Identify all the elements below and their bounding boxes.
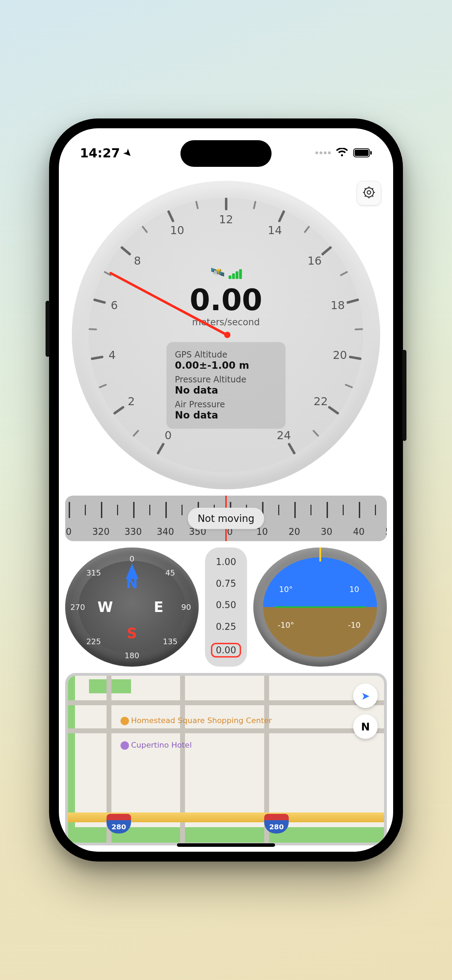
vertical-scale[interactable]: 1.00 0.75 0.50 0.25 0.00 xyxy=(205,547,247,667)
speedo-tick-label: 12 xyxy=(219,213,233,226)
speedo-tick-label: 16 xyxy=(307,254,321,267)
ruler-tick xyxy=(133,502,135,518)
svg-rect-1 xyxy=(355,150,369,156)
status-time: 14:27 xyxy=(80,146,120,160)
svg-rect-2 xyxy=(370,151,372,154)
ruler-label: 320 xyxy=(92,527,110,537)
speedo-tick xyxy=(355,328,363,330)
ruler-tick-minor xyxy=(375,505,376,515)
map-view[interactable]: Homestead Square Shopping Center Cuperti… xyxy=(65,673,387,845)
ruler-label: 50 xyxy=(385,527,387,537)
ruler-label: 20 xyxy=(288,527,300,537)
vscale-current: 0.00 xyxy=(211,643,241,657)
speedo-tick-label: 22 xyxy=(314,395,328,408)
wifi-icon xyxy=(336,148,348,158)
ruler-tick-minor xyxy=(117,505,118,515)
speedo-tick-label: 0 xyxy=(165,429,172,442)
speed-value: 0.00 xyxy=(189,285,262,315)
compass-south: S xyxy=(127,625,137,641)
artificial-horizon-gauge[interactable]: 10° 10 -10° -10 xyxy=(253,547,387,667)
ruler-tick xyxy=(69,502,70,518)
shopping-icon xyxy=(121,717,129,725)
svg-line-11 xyxy=(365,196,366,197)
ruler-label: 0 xyxy=(66,527,72,537)
locate-arrow-icon: ➤ xyxy=(361,690,370,702)
heading-ruler[interactable]: 032033034035001020304050 Not moving xyxy=(65,496,387,541)
north-icon: N xyxy=(361,721,370,733)
speedo-tick-label: 14 xyxy=(268,224,282,237)
speedo-tick-label: 20 xyxy=(333,348,347,362)
gear-icon xyxy=(362,185,376,201)
air-pressure-label: Air Pressure xyxy=(175,399,277,409)
gps-altitude-label: GPS Altitude xyxy=(175,350,277,360)
map-locate-button[interactable]: ➤ xyxy=(353,684,378,708)
compass-degree-label: 0 xyxy=(130,555,135,563)
svg-line-9 xyxy=(365,188,366,189)
vscale-tick: 1.00 xyxy=(216,557,236,567)
ruler-tick-minor xyxy=(278,505,279,515)
svg-line-12 xyxy=(372,188,373,189)
ruler-label: 40 xyxy=(353,527,364,537)
speedo-tick xyxy=(89,328,97,330)
ruler-tick xyxy=(166,502,167,518)
screen: 14:27 ➤ 0246810121 xyxy=(59,128,393,852)
horizon-label: 10 xyxy=(349,585,359,593)
home-indicator[interactable] xyxy=(177,843,275,847)
ruler-tick-minor xyxy=(310,505,312,515)
map-road xyxy=(68,728,384,733)
ruler-label: 330 xyxy=(124,527,142,537)
cellular-dots-icon xyxy=(315,151,331,154)
ruler-tick xyxy=(326,502,328,518)
map-north-button[interactable]: N xyxy=(353,714,378,739)
horizon-line-icon xyxy=(275,606,366,608)
satellite-signal-icon: 🛰️ xyxy=(189,265,262,279)
horizon-label: -10° xyxy=(278,621,294,630)
gps-altitude-value: 0.00±-1.00 m xyxy=(175,360,277,371)
map-road xyxy=(68,700,384,705)
compass-east: E xyxy=(154,599,163,615)
compass-gauge[interactable]: 04590135180225270315 N E S W xyxy=(65,547,199,667)
ruler-label: 340 xyxy=(157,527,174,537)
altitude-card[interactable]: GPS Altitude 0.00±-1.00 m Pressure Altit… xyxy=(166,342,286,429)
horizon-label: -10 xyxy=(348,621,361,630)
speedo-tick-label: 6 xyxy=(111,299,118,312)
vscale-tick: 0.50 xyxy=(216,600,236,610)
horizon-label: 10° xyxy=(279,585,293,593)
horizon-top-marker xyxy=(319,547,321,562)
dynamic-island xyxy=(180,140,272,167)
map-poi-hotel[interactable]: Cupertino Hotel xyxy=(121,741,192,750)
compass-degree-label: 180 xyxy=(125,651,140,660)
air-pressure-value: No data xyxy=(175,409,277,421)
compass-degree-label: 225 xyxy=(86,637,101,646)
svg-point-4 xyxy=(367,191,371,194)
battery-icon xyxy=(353,148,372,158)
location-arrow-icon: ➤ xyxy=(121,145,135,161)
ruler-tick-minor xyxy=(85,505,86,515)
compass-north: N xyxy=(126,575,138,591)
speedo-tick-label: 10 xyxy=(170,224,184,237)
hotel-icon xyxy=(121,741,129,750)
speedometer-gauge[interactable]: 024681012141618202224 🛰️ 0.00 meters/sec… xyxy=(72,181,380,489)
compass-degree-label: 315 xyxy=(86,568,101,577)
speedo-tick-label: 4 xyxy=(108,348,116,362)
map-poi-shopping[interactable]: Homestead Square Shopping Center xyxy=(121,716,272,725)
speedo-tick-label: 8 xyxy=(134,254,141,267)
compass-degree-label: 270 xyxy=(70,603,85,612)
speedo-tick xyxy=(225,198,228,210)
phone-frame: 14:27 ➤ 0246810121 xyxy=(49,118,403,862)
highway-shield: 280 xyxy=(264,814,289,834)
speedo-tick-label: 2 xyxy=(127,395,135,408)
heading-status-pill: Not moving xyxy=(188,508,264,529)
ruler-label: 30 xyxy=(321,527,332,537)
vscale-tick: 0.75 xyxy=(216,578,236,589)
ruler-tick xyxy=(101,502,102,518)
settings-button[interactable] xyxy=(357,181,381,205)
highway-shield: 280 xyxy=(107,814,131,834)
compass-degree-label: 90 xyxy=(181,603,191,612)
ruler-tick xyxy=(359,502,360,518)
compass-west: W xyxy=(97,599,113,615)
ruler-tick-minor xyxy=(181,505,183,515)
compass-degree-label: 135 xyxy=(163,637,178,646)
speedo-tick-label: 18 xyxy=(330,299,345,312)
compass-degree-label: 45 xyxy=(166,568,175,577)
